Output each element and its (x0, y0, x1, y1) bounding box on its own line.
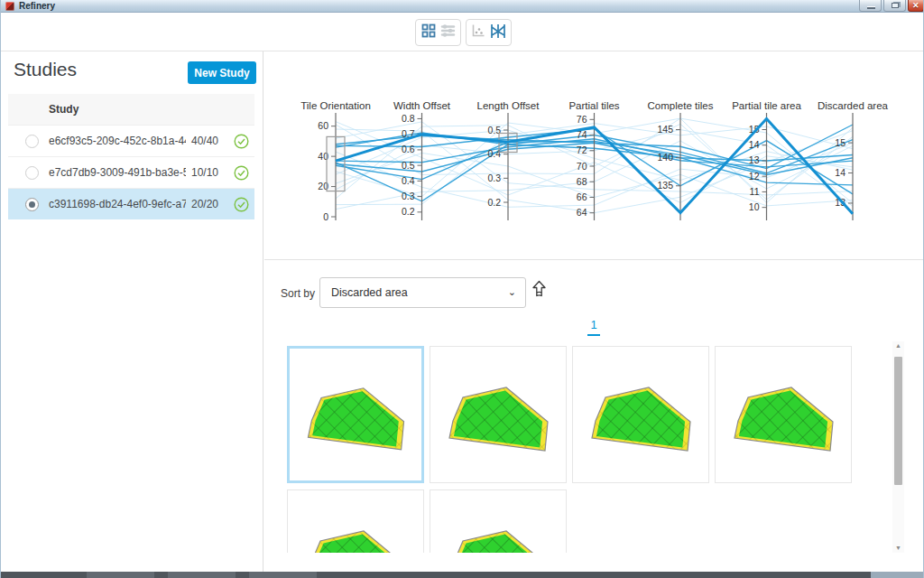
scatter-view-icon[interactable] (471, 23, 485, 42)
grid-view-icon[interactable] (421, 23, 436, 42)
study-id: e7cd7db9-3009-491b-ba3e-5f (49, 166, 186, 179)
tiling-preview (430, 347, 566, 482)
pc-tick-label: 0.6 (402, 144, 415, 154)
restore-icon (892, 3, 899, 8)
pc-axis-label: Partial tile area (732, 100, 801, 111)
pc-tick-label: 13 (749, 154, 760, 165)
result-thumbnail[interactable] (430, 346, 567, 483)
study-progress: 40/40 (191, 135, 218, 147)
pc-tick-label: 0.2 (402, 206, 415, 217)
title-bar[interactable]: Refinery ✕ (1, 0, 924, 13)
pc-tick-label: 11 (750, 186, 760, 197)
taskbar-item (249, 572, 317, 578)
close-icon: ✕ (912, 1, 919, 10)
result-thumbnail[interactable] (572, 346, 709, 483)
pagination-page-1[interactable]: 1 (585, 318, 603, 336)
pc-tick-label: 68 (577, 176, 587, 187)
list-view-icon[interactable] (440, 23, 456, 42)
study-progress: 10/10 (191, 166, 218, 179)
pc-tick-label: 72 (577, 144, 587, 155)
pc-axis-label: Length Offset (477, 100, 541, 111)
scrollbar-thumb[interactable] (894, 357, 902, 485)
pc-axis-label: Complete tiles (648, 100, 714, 111)
study-row[interactable]: e7cd7db9-3009-491b-ba3e-5f 10/10 (8, 156, 254, 188)
minimize-button[interactable] (859, 0, 882, 12)
page-underline (587, 334, 600, 336)
study-radio[interactable] (25, 135, 39, 148)
pc-tick-label: 0.4 (402, 175, 415, 186)
result-thumbnail-selected[interactable] (287, 346, 424, 483)
chart-toggle-group (466, 19, 512, 46)
results-scrollbar[interactable]: ▲ ▼ (892, 341, 904, 553)
chevron-down-icon: ⌄ (508, 286, 516, 298)
close-button[interactable]: ✕ (908, 0, 924, 12)
study-id: e6cf93c5-209c-452c-8b1a-44 (49, 135, 186, 147)
pc-tick-label: 64 (577, 207, 587, 218)
study-table: Study e6cf93c5-209c-452c-8b1a-44 40/40 e… (8, 94, 254, 219)
studies-panel: Studies New Study Study e6cf93c5-209c-45… (1, 51, 263, 572)
scroll-down-icon[interactable]: ▼ (892, 544, 904, 553)
parallel-coordinates-chart[interactable]: 0204060Tile Orientation0.20.30.40.50.60.… (272, 90, 924, 244)
app-icon (5, 2, 14, 11)
taskbar-item (168, 572, 236, 578)
layout-toggle-group (415, 19, 461, 46)
study-column-header: Study (49, 103, 79, 116)
pc-tick-label: 76 (577, 114, 587, 125)
pc-axis-label: Discarded area (818, 100, 889, 111)
restore-button[interactable] (883, 0, 906, 12)
study-complete-icon (234, 197, 249, 216)
pc-tick-label: 140 (657, 152, 673, 163)
tiling-preview (716, 347, 851, 482)
pc-tick-label: 10 (749, 201, 760, 212)
pc-tick-label: 60 (318, 120, 328, 131)
pc-brush[interactable] (327, 136, 345, 191)
tiling-preview (573, 347, 708, 482)
sort-ascending-icon (531, 280, 547, 298)
pc-axis-label: Partial tiles (568, 100, 619, 111)
page-number: 1 (585, 318, 603, 331)
pc-tick-label: 0.8 (402, 113, 415, 124)
section-divider (264, 259, 924, 260)
pc-tick-label: 0.3 (402, 191, 415, 201)
sort-by-label: Sort by (281, 287, 315, 300)
sort-direction-button[interactable] (531, 280, 547, 302)
tiling-preview (290, 349, 421, 480)
study-id: c3911698-db24-4ef0-9efc-a7 (49, 198, 186, 210)
pc-tick-label: 15 (835, 137, 845, 148)
study-row[interactable]: e6cf93c5-209c-452c-8b1a-44 40/40 (8, 125, 254, 156)
tiling-preview (288, 490, 423, 553)
study-progress: 20/20 (191, 198, 218, 210)
refinery-window: Refinery ✕ Studies New Study (0, 0, 924, 578)
show-desktop-button (871, 572, 924, 578)
pc-tick-label: 12 (749, 171, 760, 182)
scroll-up-icon[interactable]: ▲ (892, 341, 904, 350)
pc-tick-label: 0.3 (487, 172, 501, 183)
result-thumbnail[interactable] (287, 489, 424, 553)
result-thumbnail[interactable] (430, 489, 567, 553)
study-complete-icon (234, 134, 249, 153)
pc-axis-label: Tile Orientation (300, 100, 371, 111)
study-row-selected[interactable]: c3911698-db24-4ef0-9efc-a7 20/20 (8, 188, 254, 219)
study-radio-checked[interactable] (25, 198, 39, 211)
studies-heading: Studies (14, 59, 77, 80)
pc-tick-label: 0 (323, 211, 328, 222)
study-radio[interactable] (25, 166, 39, 180)
results-panel: 0204060Tile Orientation0.20.30.40.50.60.… (264, 51, 924, 572)
study-complete-icon (234, 165, 249, 184)
pc-tick-label: 70 (577, 161, 587, 172)
result-thumbnail[interactable] (715, 346, 852, 483)
study-table-header: Study (8, 94, 254, 125)
pc-tick-label: 14 (749, 139, 760, 150)
sort-by-value: Discarded area (331, 286, 408, 299)
results-grid (287, 346, 864, 553)
taskbar-item (87, 572, 154, 578)
sort-by-select[interactable]: Discarded area ⌄ (319, 277, 526, 308)
parallel-coordinates-view-icon[interactable] (490, 23, 506, 42)
new-study-button[interactable]: New Study (188, 61, 256, 84)
taskbar (1, 572, 924, 578)
minimize-icon (867, 6, 875, 9)
pc-tick-label: 0.2 (487, 197, 501, 208)
pc-tick-label: 0.5 (402, 160, 415, 171)
tiling-preview (430, 490, 566, 553)
pc-axis-label: Width Offset (393, 100, 451, 111)
